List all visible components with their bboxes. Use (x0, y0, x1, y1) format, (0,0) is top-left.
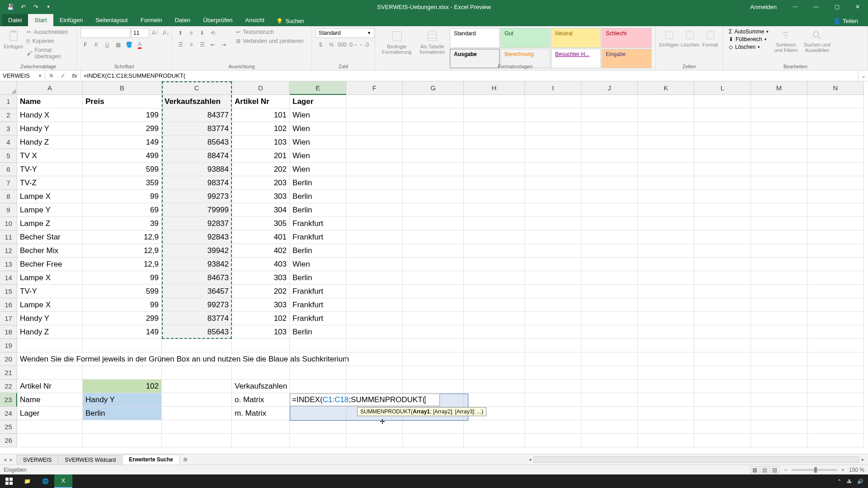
cell-L3[interactable] (694, 122, 751, 136)
fill-button[interactable]: ⬇Füllbereich▾ (727, 36, 770, 43)
cell-C10[interactable]: 92837 (162, 217, 232, 230)
cell-G11[interactable] (403, 230, 464, 244)
row-header-5[interactable]: 5 (0, 149, 17, 163)
tray-sound-icon[interactable]: 🔊 (857, 479, 863, 484)
cell-I9[interactable] (525, 203, 581, 217)
cell-H6[interactable] (464, 163, 525, 176)
cell-A26[interactable] (17, 434, 83, 447)
cell-H7[interactable] (464, 176, 525, 190)
cell-N16[interactable] (807, 298, 864, 312)
cell-D2[interactable]: 101 (232, 108, 290, 122)
cell-M26[interactable] (751, 434, 807, 447)
cell-G15[interactable] (403, 285, 464, 298)
cell-A2[interactable]: Handy X (17, 108, 83, 122)
cell-K14[interactable] (638, 271, 694, 285)
cell-I8[interactable] (525, 190, 581, 203)
cell-E16[interactable]: Frankfurt (290, 298, 346, 312)
cell-B25[interactable] (83, 420, 162, 434)
cell-L20[interactable] (694, 352, 751, 366)
cell-M7[interactable] (751, 176, 807, 190)
cell-J7[interactable] (581, 176, 638, 190)
cell-F4[interactable] (346, 136, 403, 149)
cell-A12[interactable]: Becher Mix (17, 244, 83, 258)
sheet-nav-last-button[interactable]: ▸ (10, 456, 13, 463)
cell-D18[interactable]: 103 (232, 325, 290, 339)
cell-D5[interactable]: 201 (232, 149, 290, 163)
excel-taskbar-button[interactable]: X (54, 474, 72, 488)
cell-C15[interactable]: 36457 (162, 285, 232, 298)
cell-C2[interactable]: 84377 (162, 108, 232, 122)
cell-G1[interactable] (403, 95, 464, 108)
bold-button[interactable]: F (80, 40, 90, 50)
row-header-7[interactable]: 7 (0, 176, 17, 190)
cell-N13[interactable] (807, 258, 864, 271)
row-header-22[interactable]: 22 (0, 380, 17, 393)
cell-C4[interactable]: 85643 (162, 136, 232, 149)
row-header-19[interactable]: 19 (0, 339, 17, 352)
find-select-button[interactable]: Suchen und Auswählen (801, 28, 833, 68)
cell-N14[interactable] (807, 271, 864, 285)
cell-A18[interactable]: Handy Z (17, 325, 83, 339)
cell-N8[interactable] (807, 190, 864, 203)
cell-K11[interactable] (638, 230, 694, 244)
cell-B22[interactable]: 102 (83, 380, 162, 393)
row-header-18[interactable]: 18 (0, 325, 17, 339)
cell-D16[interactable]: 303 (232, 298, 290, 312)
cell-B23[interactable]: Handy Y (83, 393, 162, 407)
cell-C17[interactable]: 83774 (162, 312, 232, 325)
cell-D4[interactable]: 103 (232, 136, 290, 149)
cell-L6[interactable] (694, 163, 751, 176)
decrease-indent-button[interactable]: ⇤ (208, 40, 218, 50)
cell-A20[interactable]: Wenden Sie die Formel jeweils in der Grü… (17, 352, 83, 366)
cell-N7[interactable] (807, 176, 864, 190)
cell-J18[interactable] (581, 325, 638, 339)
page-layout-view-button[interactable]: ▤ (760, 466, 769, 474)
cell-E8[interactable]: Berlin (290, 190, 346, 203)
cell-J24[interactable] (581, 407, 638, 420)
cell-C22[interactable] (162, 380, 232, 393)
cell-M19[interactable] (751, 339, 807, 352)
cell-H12[interactable] (464, 244, 525, 258)
cell-C9[interactable]: 79999 (162, 203, 232, 217)
cell-A17[interactable]: Handy Y (17, 312, 83, 325)
col-header-M[interactable]: M (751, 81, 807, 95)
sort-filter-button[interactable]: Sortieren und Filtern (772, 28, 799, 68)
align-top-button[interactable]: ⬆ (175, 28, 185, 38)
cell-styles-gallery[interactable]: Standard Gut Neutral Schlecht Ausgabe Be… (450, 28, 651, 68)
cell-L9[interactable] (694, 203, 751, 217)
cell-L16[interactable] (694, 298, 751, 312)
cell-M20[interactable] (751, 352, 807, 366)
signin-button[interactable]: Anmelden (742, 4, 785, 10)
cell-D6[interactable]: 202 (232, 163, 290, 176)
cancel-formula-button[interactable]: ✕ (45, 72, 57, 79)
autosum-button[interactable]: ΣAutoSumme▾ (727, 28, 770, 35)
cell-L14[interactable] (694, 271, 751, 285)
name-box[interactable]: VERWEIS▼ (0, 70, 45, 81)
cell-B11[interactable]: 12,9 (83, 230, 162, 244)
cell-F16[interactable] (346, 298, 403, 312)
cell-M2[interactable] (751, 108, 807, 122)
cell-E3[interactable]: Wien (290, 122, 346, 136)
cell-C25[interactable] (162, 420, 232, 434)
cell-J14[interactable] (581, 271, 638, 285)
tab-file[interactable]: Datei (2, 14, 28, 26)
cell-J16[interactable] (581, 298, 638, 312)
zoom-out-button[interactable]: − (784, 467, 787, 473)
cell-E21[interactable] (290, 366, 346, 380)
cell-F25[interactable] (346, 420, 403, 434)
cell-I10[interactable] (525, 217, 581, 230)
hscroll-right-button[interactable]: ▸ (859, 456, 866, 463)
cell-G14[interactable] (403, 271, 464, 285)
cell-I2[interactable] (525, 108, 581, 122)
insert-cells-button[interactable]: Einfügen (659, 28, 679, 68)
cell-L25[interactable] (694, 420, 751, 434)
cell-J9[interactable] (581, 203, 638, 217)
cell-C23[interactable] (162, 393, 232, 407)
cell-A15[interactable]: TV-Y (17, 285, 83, 298)
cell-B6[interactable]: 599 (83, 163, 162, 176)
cell-L17[interactable] (694, 312, 751, 325)
cell-B17[interactable]: 299 (83, 312, 162, 325)
cell-L23[interactable] (694, 393, 751, 407)
cell-K10[interactable] (638, 217, 694, 230)
cell-K9[interactable] (638, 203, 694, 217)
